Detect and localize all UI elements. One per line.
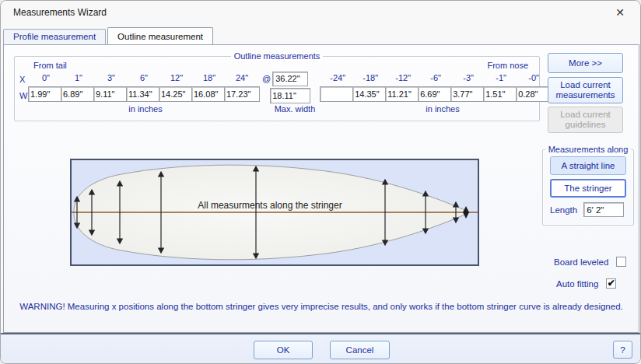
x-position-label: 1" [75, 72, 82, 86]
x-position-label: 6" [140, 72, 148, 86]
tab-page-outline: Outline measurements From tail From nose… [3, 44, 639, 333]
width-input[interactable] [385, 86, 421, 102]
x-position-label: -24" [330, 72, 345, 86]
warning-text: WARNING! Measuring x positions along the… [4, 302, 639, 311]
at-symbol: @ [262, 72, 271, 86]
measurements-along-group-title: Measurements along [545, 145, 632, 154]
x-position-label: 0" [42, 72, 50, 86]
max-width-label: Max. width [264, 104, 326, 114]
length-label: Length [550, 205, 577, 215]
width-input[interactable] [191, 86, 227, 102]
load-current-measurements-button[interactable]: Load current measurements [548, 77, 623, 103]
from-tail-label: From tail [33, 61, 67, 70]
x-position-label: 36.22" [272, 72, 308, 86]
straight-line-button[interactable]: A straight line [550, 156, 626, 175]
x-position-label: -12" [395, 72, 411, 86]
tab-strip: Profile measurement Outline measurement [3, 26, 215, 44]
x-position-label: -1" [496, 72, 506, 86]
outline-measurements-group: Outline measurements From tail From nose… [14, 51, 540, 121]
x-position-label: -6" [430, 72, 441, 86]
footer-bar: OK Cancel ? [1, 334, 640, 364]
auto-fitting-checkbox[interactable]: ✔ [606, 278, 616, 289]
x-position-label: 12" [170, 72, 183, 86]
x-position-label: 3" [107, 72, 115, 86]
cancel-button[interactable]: Cancel [330, 341, 390, 359]
x-position-label: -0" [528, 72, 539, 86]
max-width-input[interactable] [270, 88, 310, 103]
diagram-caption: All measurments along the stringer [198, 200, 342, 211]
x-position-label: 18" [203, 72, 215, 86]
width-input[interactable] [320, 86, 356, 102]
window-title: Measurements Wizard [1, 7, 107, 18]
measurements-wizard-dialog: Measurements Wizard ✕ Profile measuremen… [0, 0, 641, 364]
nose-point-marker [463, 206, 469, 219]
load-current-guidelines-button: Load current guidelines [548, 107, 623, 133]
max-width-column: @ 36.22" [262, 72, 310, 103]
nose-units-label: in inches [328, 104, 558, 114]
board-outline-diagram: All measurments along the stringer [70, 159, 479, 266]
width-input[interactable] [93, 86, 129, 102]
tail-units-label: in inches [30, 104, 261, 114]
tab-outline-measurement[interactable]: Outline measurement [107, 27, 213, 44]
width-input[interactable] [352, 86, 388, 102]
from-nose-label: From nose [487, 61, 528, 70]
auto-fitting-label: Auto fitting [556, 279, 598, 289]
help-button[interactable]: ? [613, 341, 632, 359]
ok-button[interactable]: OK [254, 341, 313, 359]
width-input[interactable] [418, 86, 454, 102]
x-position-label: -3" [463, 72, 474, 86]
width-input[interactable] [483, 86, 519, 102]
width-input[interactable] [450, 86, 486, 102]
width-input[interactable] [61, 86, 96, 102]
board-outline-svg: All measurments along the stringer [72, 160, 478, 264]
measurements-along-group: Measurements along A straight line The s… [542, 145, 634, 226]
board-leveled-label: Board leveled [554, 257, 608, 267]
more-button[interactable]: More >> [548, 53, 623, 73]
outline-measurements-group-title: Outline measurements [231, 51, 324, 61]
close-icon[interactable]: ✕ [603, 1, 637, 24]
stringer-button[interactable]: The stringer [550, 179, 626, 198]
x-row-label: X [19, 72, 29, 87]
width-input[interactable] [28, 86, 64, 102]
tab-profile-measurement[interactable]: Profile measurement [3, 29, 106, 44]
width-input[interactable] [516, 86, 552, 102]
width-input[interactable] [126, 86, 162, 102]
x-position-label: -18" [363, 72, 378, 86]
nose-columns: -24"-18"-12"-6"-3"-1"-0" [322, 72, 551, 102]
tail-columns: 0"1"3"6"12"18"24" [30, 72, 259, 102]
board-leveled-checkbox[interactable] [616, 257, 626, 267]
width-input[interactable] [224, 86, 260, 102]
width-input[interactable] [159, 86, 194, 102]
x-position-label: 24" [236, 72, 248, 86]
title-bar: Measurements Wizard ✕ [1, 1, 640, 24]
length-input[interactable] [583, 202, 624, 217]
